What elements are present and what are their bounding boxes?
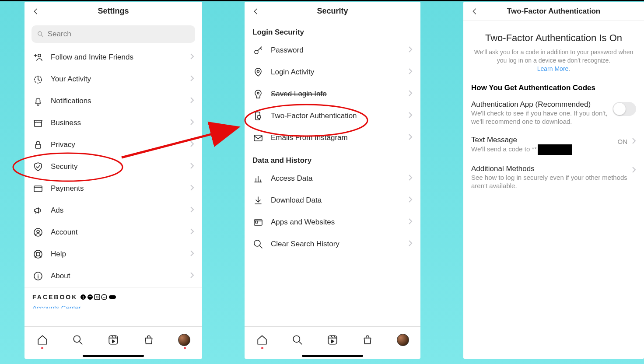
facebook-text: FACEBOOK <box>32 294 77 301</box>
row-privacy[interactable]: Privacy <box>24 134 202 156</box>
row-notifications[interactable]: Notifications <box>24 90 202 112</box>
chevron-icon <box>632 166 636 175</box>
mail-icon <box>252 132 264 144</box>
chevron-icon <box>408 46 413 55</box>
settings-content: Follow and Invite Friends Your Activity … <box>24 21 202 326</box>
option-additional[interactable]: Additional Methods See how to log in sec… <box>463 161 644 196</box>
search-icon <box>292 334 303 346</box>
settings-title: Settings <box>98 7 129 16</box>
option-text-message[interactable]: Text Message We'll send a code to ** ON <box>463 132 644 161</box>
tab-home[interactable] <box>256 333 269 346</box>
2fa-on-heading: Two-Factor Authentication Is On <box>463 21 644 48</box>
row-apps-websites[interactable]: Apps and Websites <box>245 211 420 233</box>
chevron-icon <box>408 90 413 98</box>
label-access-data: Access Data <box>271 174 401 183</box>
label-download-data: Download Data <box>271 196 401 205</box>
chevron-icon <box>408 133 413 142</box>
label-notifications: Notifications <box>51 97 183 105</box>
svg-rect-23 <box>254 135 262 141</box>
avatar-icon <box>397 334 409 346</box>
back-chevron-icon <box>252 7 260 15</box>
row-login-activity[interactable]: Login Activity <box>245 61 420 83</box>
security-header: Security <box>245 2 420 21</box>
auth-app-toggle[interactable] <box>612 102 636 116</box>
svg-point-17 <box>74 336 80 342</box>
row-payments[interactable]: Payments <box>24 178 202 200</box>
auth-app-title: Authentication App (Recommended) <box>471 100 608 109</box>
row-password[interactable]: Password <box>245 39 420 61</box>
user-circle-icon <box>32 227 44 238</box>
phone-security: Security Login Security Password Login A… <box>245 2 420 359</box>
svg-point-21 <box>257 92 259 94</box>
chevron-icon <box>190 250 194 259</box>
section-data-history: Data and History <box>245 149 420 168</box>
learn-more-link[interactable]: Learn More <box>537 65 569 72</box>
home-indicator <box>245 353 420 359</box>
tab-reels[interactable] <box>326 333 339 346</box>
tab-shop[interactable] <box>142 333 155 346</box>
tab-home[interactable] <box>36 333 49 346</box>
additional-sub: See how to log in securely even if your … <box>471 173 627 190</box>
back-button[interactable] <box>31 6 41 17</box>
chevron-icon <box>190 272 194 280</box>
accounts-center-link[interactable]: Accounts Center <box>24 302 202 308</box>
svg-rect-13 <box>94 294 100 300</box>
2fa-description: We'll ask you for a code in addition to … <box>463 48 644 73</box>
tab-search[interactable] <box>71 333 84 346</box>
section-login-security: Login Security <box>245 21 420 39</box>
search-clear-icon <box>252 238 264 250</box>
row-account[interactable]: Account <box>24 221 202 243</box>
search-input[interactable] <box>48 30 190 38</box>
search-field[interactable] <box>32 25 195 43</box>
row-two-factor[interactable]: Two-Factor Authentication <box>245 105 420 127</box>
row-access-data[interactable]: Access Data <box>245 168 420 189</box>
label-about: About <box>51 272 183 280</box>
2fa-title: Two-Factor Authentication <box>507 7 600 16</box>
home-icon <box>256 334 268 346</box>
chevron-icon <box>190 140 194 149</box>
tab-search[interactable] <box>291 333 304 346</box>
bell-icon <box>32 95 44 107</box>
chevron-icon <box>190 162 194 171</box>
row-download-data[interactable]: Download Data <box>245 189 420 211</box>
row-follow-invite[interactable]: Follow and Invite Friends <box>24 46 202 68</box>
option-auth-app[interactable]: Authentication App (Recommended) We'll c… <box>463 97 644 132</box>
home-indicator <box>24 353 202 359</box>
auth-app-sub: We'll check to see if you have one. If y… <box>471 109 608 126</box>
card-icon <box>32 183 44 194</box>
svg-rect-28 <box>328 336 337 344</box>
key-icon <box>252 45 264 56</box>
phone-2fa: Two-Factor Authentication Two-Factor Aut… <box>463 2 644 359</box>
text-msg-title: Text Message <box>471 136 613 144</box>
info-icon <box>32 270 44 282</box>
row-saved-login[interactable]: Saved Login Info <box>245 83 420 105</box>
svg-point-12 <box>88 294 93 300</box>
back-button[interactable] <box>251 6 261 17</box>
row-help[interactable]: Help <box>24 243 202 265</box>
person-plus-icon <box>32 52 44 63</box>
chevron-icon <box>408 218 413 227</box>
text-prefix: We'll send a code to ** <box>471 145 537 153</box>
svg-rect-16 <box>109 295 116 299</box>
row-clear-search[interactable]: Clear Search History <box>245 233 420 255</box>
tab-shop[interactable] <box>361 333 374 346</box>
apps-icon <box>252 217 264 228</box>
svg-point-27 <box>293 336 300 342</box>
label-privacy: Privacy <box>51 140 183 149</box>
lifebuoy-icon <box>32 248 44 260</box>
row-about[interactable]: About <box>24 265 202 287</box>
tab-profile[interactable] <box>178 333 191 346</box>
back-button[interactable] <box>469 6 480 17</box>
chevron-icon <box>190 97 194 105</box>
tab-profile[interactable] <box>396 333 410 346</box>
security-title: Security <box>317 7 348 16</box>
chevron-icon <box>408 112 413 120</box>
row-emails[interactable]: Emails From Instagram <box>245 127 420 149</box>
row-ads[interactable]: Ads <box>24 200 202 221</box>
tab-reels[interactable] <box>107 333 120 346</box>
lock-icon <box>32 139 44 150</box>
row-your-activity[interactable]: Your Activity <box>24 68 202 90</box>
storefront-icon <box>32 117 44 129</box>
row-business[interactable]: Business <box>24 112 202 134</box>
row-security[interactable]: Security <box>24 156 202 178</box>
